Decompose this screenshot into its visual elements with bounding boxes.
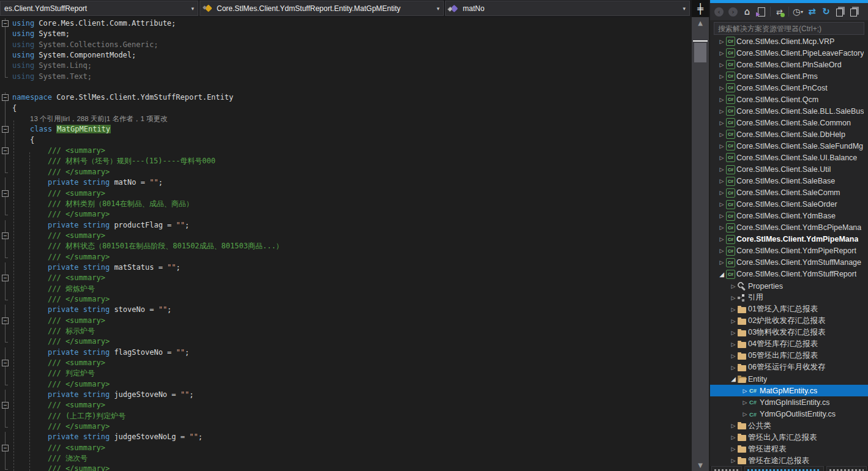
tree-item[interactable]: ▷C#Core.StlMes.Client.YdmPipeMana [710,234,868,245]
code-line[interactable]: /// 材料号（坯号）规则---(15)----母料号000 [0,156,692,166]
code-line[interactable]: using System.Linq; [0,61,692,71]
tree-item[interactable]: ◢C#Core.StlMes.Client.YdmStuffReport [710,269,868,280]
forward-button[interactable]: › [727,6,739,18]
expand-arrow-icon[interactable]: ▷ [717,166,726,172]
code-line[interactable]: using Core.Mes.Client.Comm.Attribute; [0,18,692,29]
tree-item[interactable]: ▷引用 [710,292,868,303]
update-button[interactable]: ↻ [820,6,832,18]
tree-item[interactable]: ▷C#Core.StlMes.Client.Pms [710,70,868,82]
tree-item[interactable]: ▷C#Core.StlMes.Client.PlnSaleOrd [710,59,868,70]
code-line[interactable]: /// <summary> [0,358,692,368]
code-line[interactable]: using System.ComponentModel; [0,50,692,61]
fold-toggle-icon[interactable] [0,146,11,156]
collapse-all-button[interactable] [834,6,846,18]
bottom-tab[interactable] [711,466,742,471]
expand-arrow-icon[interactable]: ▷ [717,62,726,68]
expand-arrow-icon[interactable]: ▷ [741,399,749,406]
refresh-button[interactable]: ⇄ [806,6,818,18]
expand-arrow-icon[interactable]: ▷ [717,201,726,207]
fold-toggle-icon[interactable] [0,124,11,135]
tree-item[interactable]: ▷C#Core.StlMes.Client.PnCost [710,82,868,94]
code-line[interactable]: /// </summary> [0,209,692,220]
code-line[interactable] [0,82,692,92]
fold-toggle-icon[interactable] [0,273,11,283]
code-line[interactable]: { [0,103,692,114]
expand-arrow-icon[interactable]: ▷ [729,423,738,429]
expand-arrow-icon[interactable]: ▷ [729,365,738,371]
split-window-button[interactable]: ╪ [692,0,709,17]
code-line[interactable]: /// 判定炉号 [0,368,692,379]
project-dropdown[interactable]: es.Client.YdmStuffReport ▾ [0,1,198,16]
tree-item[interactable]: ▷C#Core.StlMes.Client.Sale.UI.Balance [710,152,868,163]
expand-arrow-icon[interactable]: ▷ [729,295,738,301]
code-line[interactable]: /// <summary> [0,400,692,410]
collapse-arrow-icon[interactable]: ◢ [717,271,726,278]
tree-item[interactable]: ▷Properties [710,280,868,292]
tree-item[interactable]: ◢Entity [710,373,868,385]
code-line[interactable]: using System.Collections.Generic; [0,40,692,50]
code-line[interactable]: namespace Core.StlMes.Client.YdmStuffRep… [0,92,692,103]
code-line[interactable]: private string matStatus = ""; [0,262,692,273]
code-line[interactable]: /// 熔炼炉号 [0,284,692,294]
code-line[interactable]: private string flagStoveNo = ""; [0,347,692,358]
tree-item[interactable]: ▷C#Core.StlMes.Client.Sale.DbHelp [710,128,868,140]
fold-toggle-icon[interactable] [0,18,11,29]
expand-arrow-icon[interactable]: ▷ [729,353,738,359]
fold-toggle-icon[interactable] [0,358,11,368]
fold-toggle-icon[interactable] [0,92,11,103]
code-line[interactable]: /// (上工序)判定炉号 [0,411,692,421]
tree-item[interactable]: ▷02炉批收发存汇总报表 [710,315,868,327]
tree-item[interactable]: ▷C#MatGpMEntity.cs [710,385,868,396]
code-line[interactable]: { [0,135,692,146]
expand-arrow-icon[interactable]: ▷ [717,120,726,126]
tree-item[interactable]: ▷管坯在途汇总报表 [710,455,868,467]
code-line[interactable]: /// </summary> [0,379,692,390]
tree-item[interactable]: ▷管坯出入库汇总报表 [710,432,868,443]
expand-arrow-icon[interactable]: ▷ [717,85,726,91]
code-line[interactable]: /// </summary> [0,336,692,347]
tree-item[interactable]: ▷C#YdmGpOutlistEntity.cs [710,409,868,420]
code-line[interactable]: class MatGpMEntity [0,124,692,135]
expand-arrow-icon[interactable]: ▷ [729,330,738,336]
tree-item[interactable]: ▷C#Core.StlMes.Client.SaleBase [710,176,868,187]
code-line[interactable]: /// </summary> [0,464,692,471]
code-line[interactable]: using System; [0,29,692,39]
expand-arrow-icon[interactable]: ▷ [717,143,726,149]
fold-toggle-icon[interactable] [0,443,11,453]
tree-item[interactable]: ▷C#Core.StlMes.Client.Sale.Common [710,117,868,128]
search-input[interactable] [714,22,864,35]
tree-item[interactable]: ▷C#Core.StlMes.Client.Qcm [710,94,868,105]
code-line[interactable]: /// <summary> [0,188,692,199]
expand-arrow-icon[interactable]: ▷ [729,458,738,464]
code-line[interactable]: /// 材料状态（801501在制品阶段、801502成品、801503商品..… [0,241,692,251]
expand-arrow-icon[interactable]: ▷ [717,178,726,184]
bottom-tab-active[interactable] [744,466,824,471]
expand-arrow-icon[interactable]: ▷ [717,224,726,231]
type-dropdown[interactable]: Core.StlMes.Client.YdmStuffReport.Entity… [200,1,444,16]
code-line[interactable]: /// 浇次号 [0,453,692,464]
code-line[interactable]: /// <summary> [0,443,692,453]
fold-toggle-icon[interactable] [0,231,11,241]
tree-item[interactable]: ▷C#Core.StlMes.Client.YdmPipeReport [710,245,868,257]
tree-item[interactable]: ▷C#Core.StlMes.Client.Mcp.VRP [710,35,868,47]
tree-item[interactable]: ▷C#Core.StlMes.Client.SaleOrder [710,199,868,210]
tree-item[interactable]: ▷公共类 [710,420,868,432]
scrollbar-thumb[interactable] [694,43,706,62]
code-line[interactable]: private string stoveNo = ""; [0,305,692,315]
scroll-up-icon[interactable]: ▲ [692,20,709,26]
code-editor[interactable]: using Core.Mes.Client.Comm.Attribute;usi… [0,17,692,471]
fold-toggle-icon[interactable] [0,316,11,326]
expand-arrow-icon[interactable]: ▷ [729,341,738,347]
code-line[interactable]: /// <summary> [0,231,692,241]
expand-arrow-icon[interactable]: ▷ [717,155,726,161]
tree-item[interactable]: ▷C#Core.StlMes.Client.YdmBase [710,210,868,222]
expand-arrow-icon[interactable]: ▷ [741,411,749,417]
expand-arrow-icon[interactable]: ▷ [717,132,726,138]
expand-arrow-icon[interactable]: ▷ [717,73,726,80]
pending-changes-filter-button[interactable]: ◷▾ [792,6,804,18]
expand-arrow-icon[interactable]: ▷ [729,434,738,440]
tree-item[interactable]: ▷04管坯库存汇总报表 [710,338,868,350]
expand-arrow-icon[interactable]: ▷ [717,236,726,242]
tree-item[interactable]: ▷C#Core.StlMes.Client.YdmStuffManage [710,257,868,269]
tree-item[interactable]: ▷C#Core.StlMes.Client.Sale.BLL.SaleBus [710,105,868,117]
